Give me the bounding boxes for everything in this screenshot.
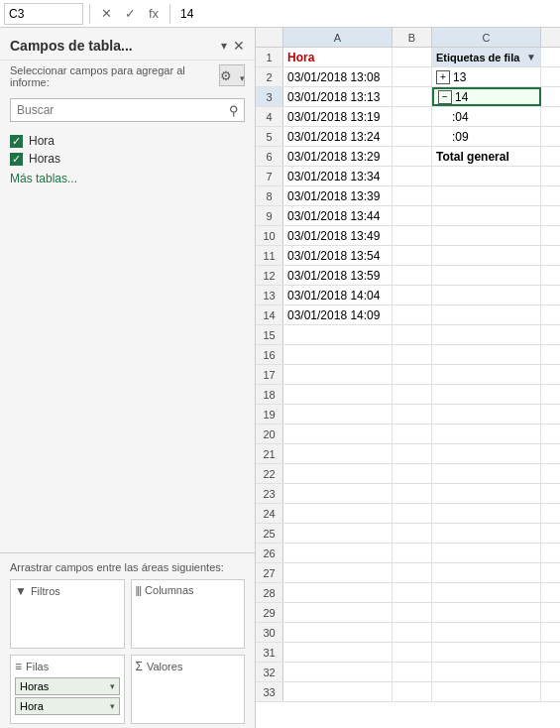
- cell-c32[interactable]: [432, 663, 541, 681]
- cell-c29[interactable]: [432, 603, 541, 622]
- cell-b23[interactable]: [392, 484, 432, 503]
- panel-dropdown-icon[interactable]: ▾: [221, 39, 227, 53]
- cell-a29[interactable]: [283, 603, 392, 622]
- cell-b27[interactable]: [392, 563, 432, 582]
- cell-a11[interactable]: 03/01/2018 13:54: [283, 246, 392, 265]
- field-item-hora[interactable]: ✓ Hora: [10, 132, 245, 150]
- cell-a17[interactable]: [283, 365, 392, 384]
- cell-b24[interactable]: [392, 504, 432, 523]
- cell-b25[interactable]: [392, 524, 432, 543]
- cell-b9[interactable]: [392, 206, 432, 225]
- cell-a31[interactable]: [283, 643, 392, 662]
- cell-c7[interactable]: [432, 167, 541, 185]
- cell-a30[interactable]: [283, 623, 392, 642]
- cell-b32[interactable]: [392, 663, 432, 681]
- columnas-area[interactable]: ||| Columnas: [131, 579, 246, 649]
- cell-c6[interactable]: Total general: [432, 147, 541, 166]
- cell-a10[interactable]: 03/01/2018 13:49: [283, 226, 392, 245]
- cell-b7[interactable]: [392, 167, 432, 185]
- cell-b14[interactable]: [392, 305, 432, 324]
- cell-b13[interactable]: [392, 286, 432, 304]
- cell-a1[interactable]: Hora: [283, 48, 392, 66]
- cell-b29[interactable]: [392, 603, 432, 622]
- cell-a4[interactable]: 03/01/2018 13:19: [283, 107, 392, 126]
- cell-c31[interactable]: [432, 643, 541, 662]
- cell-c16[interactable]: [432, 345, 541, 364]
- cell-a19[interactable]: [283, 405, 392, 424]
- cell-a6[interactable]: 03/01/2018 13:29: [283, 147, 392, 166]
- valores-area[interactable]: Σ Valores: [131, 655, 246, 724]
- cell-c13[interactable]: [432, 286, 541, 304]
- filas-chip-hora[interactable]: Hora ▾: [15, 697, 120, 715]
- cell-a2[interactable]: 03/01/2018 13:08: [283, 67, 392, 86]
- cell-c30[interactable]: [432, 623, 541, 642]
- cell-c5[interactable]: :09: [432, 127, 541, 146]
- cell-a7[interactable]: 03/01/2018 13:34: [283, 167, 392, 185]
- cell-a22[interactable]: [283, 464, 392, 483]
- cell-a9[interactable]: 03/01/2018 13:44: [283, 206, 392, 225]
- cell-c12[interactable]: [432, 266, 541, 285]
- cell-b18[interactable]: [392, 385, 432, 404]
- cell-b21[interactable]: [392, 444, 432, 463]
- cell-b26[interactable]: [392, 544, 432, 562]
- cell-b31[interactable]: [392, 643, 432, 662]
- cell-c14[interactable]: [432, 305, 541, 324]
- cell-b33[interactable]: [392, 682, 432, 701]
- cell-c27[interactable]: [432, 563, 541, 582]
- cell-b4[interactable]: [392, 107, 432, 126]
- cell-a18[interactable]: [283, 385, 392, 404]
- cell-c11[interactable]: [432, 246, 541, 265]
- cell-b12[interactable]: [392, 266, 432, 285]
- cell-a21[interactable]: [283, 444, 392, 463]
- cell-a26[interactable]: [283, 544, 392, 562]
- cell-b3[interactable]: [392, 87, 432, 106]
- cell-b5[interactable]: [392, 127, 432, 146]
- search-input[interactable]: [11, 101, 224, 119]
- cell-b30[interactable]: [392, 623, 432, 642]
- more-tables-link[interactable]: Más tablas...: [10, 168, 245, 189]
- gear-button[interactable]: ⚙ ▾: [219, 64, 245, 86]
- cell-a8[interactable]: 03/01/2018 13:39: [283, 186, 392, 205]
- cell-b22[interactable]: [392, 464, 432, 483]
- cell-c17[interactable]: [432, 365, 541, 384]
- field-checkbox-hora[interactable]: ✓: [10, 135, 23, 148]
- field-item-horas[interactable]: ✓ Horas: [10, 150, 245, 168]
- panel-close-icon[interactable]: ✕: [233, 38, 245, 54]
- filas-chip-horas[interactable]: Horas ▾: [15, 677, 120, 695]
- cell-c24[interactable]: [432, 504, 541, 523]
- cell-a13[interactable]: 03/01/2018 14:04: [283, 286, 392, 304]
- cell-a20[interactable]: [283, 425, 392, 443]
- cell-c20[interactable]: [432, 425, 541, 443]
- cell-a16[interactable]: [283, 345, 392, 364]
- cell-c8[interactable]: [432, 186, 541, 205]
- cell-a24[interactable]: [283, 504, 392, 523]
- cell-a15[interactable]: [283, 325, 392, 344]
- cell-c3[interactable]: −14: [432, 87, 541, 106]
- formula-input[interactable]: [176, 5, 556, 23]
- cell-c28[interactable]: [432, 583, 541, 602]
- cell-b20[interactable]: [392, 425, 432, 443]
- cell-a5[interactable]: 03/01/2018 13:24: [283, 127, 392, 146]
- cell-b19[interactable]: [392, 405, 432, 424]
- cell-c19[interactable]: [432, 405, 541, 424]
- cell-c22[interactable]: [432, 464, 541, 483]
- cell-a12[interactable]: 03/01/2018 13:59: [283, 266, 392, 285]
- cell-b11[interactable]: [392, 246, 432, 265]
- cell-a14[interactable]: 03/01/2018 14:09: [283, 305, 392, 324]
- cell-a32[interactable]: [283, 663, 392, 681]
- cell-b16[interactable]: [392, 345, 432, 364]
- cell-a28[interactable]: [283, 583, 392, 602]
- filter-icon[interactable]: ▼: [526, 52, 536, 62]
- cell-a27[interactable]: [283, 563, 392, 582]
- cell-b15[interactable]: [392, 325, 432, 344]
- field-checkbox-horas[interactable]: ✓: [10, 153, 23, 166]
- filas-area[interactable]: ≡ Filas Horas ▾ Hora ▾: [10, 655, 125, 724]
- cell-c15[interactable]: [432, 325, 541, 344]
- cell-reference[interactable]: [4, 3, 83, 25]
- filtros-area[interactable]: ▼ Filtros: [10, 579, 125, 649]
- cell-a3[interactable]: 03/01/2018 13:13: [283, 87, 392, 106]
- cell-c1[interactable]: Etiquetas de fila ▼: [432, 48, 541, 66]
- cell-c18[interactable]: [432, 385, 541, 404]
- cell-b10[interactable]: [392, 226, 432, 245]
- cell-b2[interactable]: [392, 67, 432, 86]
